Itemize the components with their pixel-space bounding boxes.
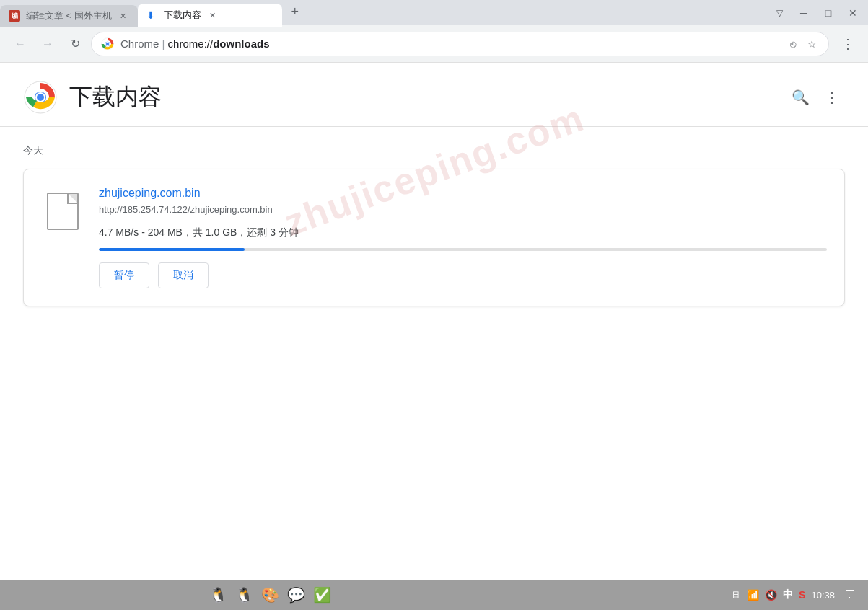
downloads-content: zhujiceping.com 今天 zhujiceping.com.bin h… <box>0 127 868 324</box>
file-icon <box>47 193 79 230</box>
more-options-button[interactable]: ⋮ <box>819 84 845 110</box>
taskbar-right: 🖥 📶 🔇 中 S 10:38 🗨 <box>731 585 859 604</box>
taskbar-icon-chat[interactable]: 💬 <box>286 584 307 606</box>
tab-active-favicon: ⬇ <box>146 9 158 21</box>
tab-active-label: 下载内容 <box>164 9 201 22</box>
progress-bar-fill <box>99 248 245 251</box>
title-bar: 编 编辑文章 < 国外主机 ✕ ⬇ 下载内容 ✕ + ▽ ─ □ ✕ <box>0 0 868 25</box>
address-text: Chrome | chrome://downloads <box>120 37 781 50</box>
browser-menu-button[interactable]: ⋮ <box>836 32 859 56</box>
taskbar-icon-check[interactable]: ✅ <box>312 584 333 606</box>
address-bar[interactable]: Chrome | chrome://downloads ⎋ ☆ <box>91 32 829 56</box>
taskbar-time: 10:38 <box>811 590 835 601</box>
share-icon[interactable]: ⎋ <box>787 35 799 53</box>
chrome-logo-icon <box>100 37 115 51</box>
taskbar-monitor-icon[interactable]: 🖥 <box>731 589 741 601</box>
back-button[interactable]: ← <box>9 32 32 56</box>
taskbar-mute-icon[interactable]: 🔇 <box>765 589 777 601</box>
download-status: 4.7 MB/s - 204 MB，共 1.0 GB，还剩 3 分钟 <box>99 226 827 239</box>
taskbar-icon-penguin2[interactable]: 🐧 <box>234 584 255 606</box>
svg-point-7 <box>37 94 44 101</box>
page-title: 下载内容 <box>69 81 162 113</box>
header-actions: 🔍 ⋮ <box>787 84 845 110</box>
download-info: zhujiceping.com.bin http://185.254.74.12… <box>99 187 827 288</box>
progress-bar <box>99 248 827 251</box>
close-button[interactable]: ✕ <box>843 4 862 22</box>
minimize-button[interactable]: ─ <box>794 4 813 22</box>
taskbar-sogou-icon[interactable]: S <box>799 589 805 601</box>
url-scheme: Chrome <box>120 37 159 50</box>
forward-button[interactable]: → <box>36 32 59 56</box>
tab-active[interactable]: ⬇ 下载内容 ✕ <box>138 4 282 27</box>
add-tab-button[interactable]: + <box>285 2 305 22</box>
tab-inactive-close[interactable]: ✕ <box>118 10 129 22</box>
url-separator: | <box>162 37 168 50</box>
download-url: http://185.254.74.122/zhujiceping.com.bi… <box>99 204 827 215</box>
bookmark-icon[interactable]: ☆ <box>805 35 820 53</box>
download-card: zhujiceping.com.bin http://185.254.74.12… <box>23 169 845 306</box>
taskbar-input-method[interactable]: 中 <box>783 588 793 601</box>
tab-inactive[interactable]: 编 编辑文章 < 国外主机 ✕ <box>0 5 138 27</box>
section-today-label: 今天 <box>23 144 845 157</box>
search-button[interactable]: 🔍 <box>787 84 813 110</box>
taskbar: 🐧 🐧 🎨 💬 ✅ 🖥 📶 🔇 中 S 10:38 🗨 <box>0 580 868 610</box>
taskbar-wifi-icon[interactable]: 📶 <box>747 589 759 601</box>
taskbar-icon-design[interactable]: 🎨 <box>260 584 281 606</box>
taskbar-notification-icon[interactable]: 🗨 <box>841 585 859 604</box>
download-filename[interactable]: zhujiceping.com.bin <box>99 187 827 200</box>
tab-active-close[interactable]: ✕ <box>207 9 219 21</box>
downloads-page: 下载内容 🔍 ⋮ zhujiceping.com 今天 zhujiceping.… <box>0 63 868 580</box>
download-actions: 暂停 取消 <box>99 262 827 288</box>
pause-button[interactable]: 暂停 <box>99 262 149 288</box>
reload-button[interactable]: ↻ <box>63 32 87 56</box>
url-full: chrome://downloads <box>168 37 270 50</box>
nav-bar: ← → ↻ Chrome | chrome://downloads ⎋ ☆ ⋮ <box>0 25 868 63</box>
maximize-icon: ▽ <box>770 4 789 22</box>
tab-inactive-favicon: 编 <box>9 10 20 22</box>
restore-button[interactable]: □ <box>819 4 838 22</box>
taskbar-icons: 🐧 🐧 🎨 💬 ✅ <box>208 584 333 606</box>
chrome-logo-large-icon <box>23 80 58 115</box>
file-icon-wrap <box>41 193 84 230</box>
svg-point-3 <box>106 42 109 45</box>
tab-inactive-label: 编辑文章 < 国外主机 <box>26 9 112 22</box>
cancel-button[interactable]: 取消 <box>158 262 209 288</box>
taskbar-icon-penguin1[interactable]: 🐧 <box>208 584 229 606</box>
window-controls: ▽ ─ □ ✕ <box>770 4 868 25</box>
downloads-header: 下载内容 🔍 ⋮ <box>0 63 868 127</box>
